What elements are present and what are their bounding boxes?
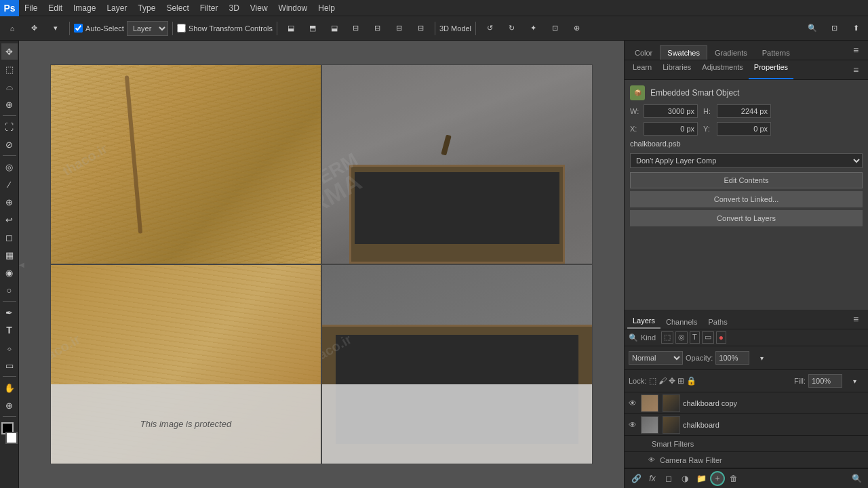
shape-tool[interactable]: ▭ bbox=[1, 357, 18, 373]
clone-tool[interactable]: ⊕ bbox=[1, 194, 18, 210]
layers-tab-layers[interactable]: Layers bbox=[627, 314, 660, 329]
menu-select[interactable]: Select bbox=[161, 0, 194, 16]
layers-tab-channels[interactable]: Channels bbox=[660, 315, 703, 329]
add-mask-btn[interactable]: ◻ bbox=[661, 471, 676, 486]
convert-linked-btn[interactable]: Convert to Linked... bbox=[630, 191, 863, 207]
blend-mode-select[interactable]: Normal Multiply Screen Overlay bbox=[629, 351, 683, 365]
fx-btn[interactable]: fx bbox=[645, 471, 660, 486]
sub-tab-adjustments[interactable]: Adjustments bbox=[696, 60, 749, 79]
eraser-tool[interactable]: ◻ bbox=[1, 229, 18, 245]
delete-layer-btn[interactable]: 🗑 bbox=[726, 471, 741, 486]
filter-pixel-icon[interactable]: ⬚ bbox=[661, 331, 673, 344]
layer-item-chalkboard[interactable]: 👁 chalkboard bbox=[625, 414, 868, 436]
fill-dropdown[interactable]: ▾ bbox=[845, 371, 864, 390]
rotate-3d-btn[interactable]: ↻ bbox=[502, 19, 521, 38]
menu-view[interactable]: View bbox=[245, 0, 273, 16]
menu-type[interactable]: Type bbox=[132, 0, 161, 16]
brush-tool[interactable]: ∕ bbox=[1, 176, 18, 192]
eyedropper-tool[interactable]: ⊘ bbox=[1, 136, 18, 152]
quick-select-tool[interactable]: ⊕ bbox=[1, 96, 18, 113]
gradient-tool[interactable]: ▦ bbox=[1, 247, 18, 263]
lock-transparency-icon[interactable]: ⬚ bbox=[649, 376, 656, 386]
layer-item-chalkboard-copy[interactable]: 👁 chalkboard copy bbox=[625, 392, 868, 414]
blur-tool[interactable]: ◉ bbox=[1, 264, 18, 281]
hand-tool[interactable]: ✋ bbox=[1, 380, 18, 396]
lock-all-icon[interactable]: 🔒 bbox=[686, 376, 696, 386]
layers-panel-menu[interactable]: ≡ bbox=[846, 310, 865, 329]
menu-image[interactable]: Image bbox=[68, 0, 101, 16]
layer-select[interactable]: Layer Group bbox=[127, 21, 168, 36]
opacity-dropdown[interactable]: ▾ bbox=[752, 348, 771, 367]
left-panel-collapse[interactable]: ◀ bbox=[19, 261, 24, 268]
path-select-tool[interactable]: ⬦ bbox=[1, 340, 18, 356]
menu-filter[interactable]: Filter bbox=[195, 0, 224, 16]
sub-panel-menu-btn[interactable]: ≡ bbox=[846, 60, 865, 79]
sub-tab-properties[interactable]: Properties bbox=[749, 60, 793, 79]
view-btn[interactable]: ⊡ bbox=[825, 19, 844, 38]
menu-3d[interactable]: 3D bbox=[223, 0, 244, 16]
panel-menu-btn[interactable]: ≡ bbox=[846, 41, 865, 60]
distribute-btn[interactable]: ⊟ bbox=[347, 19, 366, 38]
tab-color[interactable]: Color bbox=[627, 45, 660, 60]
align-left-btn[interactable]: ⬓ bbox=[281, 19, 300, 38]
new-layer-btn[interactable]: + bbox=[710, 471, 725, 486]
show-transform-checkbox[interactable] bbox=[177, 24, 186, 33]
history-brush-tool[interactable]: ↩ bbox=[1, 211, 18, 228]
scale-3d-btn[interactable]: ⊡ bbox=[545, 19, 564, 38]
sub-tab-learn[interactable]: Learn bbox=[627, 60, 657, 79]
heal-tool[interactable]: ◎ bbox=[1, 159, 18, 175]
text-tool[interactable]: T bbox=[1, 322, 18, 338]
distribute-e-btn[interactable]: ⊟ bbox=[412, 19, 431, 38]
layer-eye-smart-filters[interactable] bbox=[638, 439, 649, 449]
crop-tool[interactable]: ⛶ bbox=[1, 119, 18, 135]
pen-tool[interactable]: ✒ bbox=[1, 304, 18, 321]
group-btn[interactable]: 📁 bbox=[694, 471, 709, 486]
tab-swatches[interactable]: Swatches bbox=[660, 45, 707, 60]
fill-input[interactable] bbox=[808, 374, 842, 388]
sub-layer-camera-raw[interactable]: 👁 Camera Raw Filter bbox=[625, 452, 868, 468]
align-3d-btn[interactable]: ↺ bbox=[480, 19, 499, 38]
y-input[interactable] bbox=[717, 122, 771, 136]
lock-paint-icon[interactable]: 🖌 bbox=[658, 376, 667, 386]
distribute-h-btn[interactable]: ⊟ bbox=[390, 19, 409, 38]
distribute-v-btn[interactable]: ⊟ bbox=[368, 19, 387, 38]
edit-contents-btn[interactable]: Edit Contents bbox=[630, 172, 863, 188]
move-3d-btn[interactable]: ✦ bbox=[524, 19, 542, 38]
dodge-tool[interactable]: ○ bbox=[1, 282, 18, 298]
x-input[interactable] bbox=[644, 122, 698, 136]
zoom-tool[interactable]: ⊕ bbox=[1, 397, 18, 413]
opacity-input[interactable] bbox=[715, 351, 749, 365]
layers-tab-paths[interactable]: Paths bbox=[703, 315, 733, 329]
layer-eye-chalkboard[interactable]: 👁 bbox=[627, 420, 638, 430]
selection-tool[interactable]: ⬚ bbox=[1, 61, 18, 77]
filter-shape-icon[interactable]: ▭ bbox=[702, 331, 714, 344]
filter-type-icon[interactable]: T bbox=[690, 331, 700, 344]
align-right-btn[interactable]: ⬓ bbox=[325, 19, 344, 38]
layer-eye-chalkboard-copy[interactable]: 👁 bbox=[627, 398, 638, 409]
width-input[interactable] bbox=[644, 104, 698, 118]
height-input[interactable] bbox=[717, 104, 771, 118]
lasso-tool[interactable]: ⌓ bbox=[1, 79, 18, 95]
sub-layer-smart-filters[interactable]: Smart Filters bbox=[625, 436, 868, 452]
search-btn[interactable]: 🔍 bbox=[803, 19, 822, 38]
auto-select-checkbox[interactable] bbox=[74, 24, 83, 33]
move-tool[interactable]: ✥ bbox=[1, 43, 18, 60]
layer-comp-dropdown[interactable]: Don't Apply Layer Comp bbox=[630, 153, 863, 168]
sub-tab-libraries[interactable]: Libraries bbox=[657, 60, 696, 79]
adjustment-btn[interactable]: ◑ bbox=[677, 471, 692, 486]
search-layer-btn[interactable]: 🔍 bbox=[849, 471, 864, 486]
layer-eye-camera-raw[interactable]: 👁 bbox=[646, 455, 657, 466]
convert-layers-btn[interactable]: Convert to Layers bbox=[630, 210, 863, 226]
menu-window[interactable]: Window bbox=[273, 0, 313, 16]
link-layers-btn[interactable]: 🔗 bbox=[629, 471, 644, 486]
move-tool-btn[interactable]: ✥ bbox=[24, 19, 43, 38]
camera-3d-btn[interactable]: ⊕ bbox=[567, 19, 586, 38]
menu-edit[interactable]: Edit bbox=[43, 0, 68, 16]
share-btn[interactable]: ⬆ bbox=[846, 19, 865, 38]
menu-help[interactable]: Help bbox=[313, 0, 340, 16]
filter-smart-icon[interactable]: ● bbox=[716, 331, 726, 344]
lock-artboard-icon[interactable]: ⊞ bbox=[677, 376, 684, 386]
background-color[interactable] bbox=[5, 432, 18, 444]
menu-layer[interactable]: Layer bbox=[101, 0, 132, 16]
tab-patterns[interactable]: Patterns bbox=[755, 45, 797, 60]
